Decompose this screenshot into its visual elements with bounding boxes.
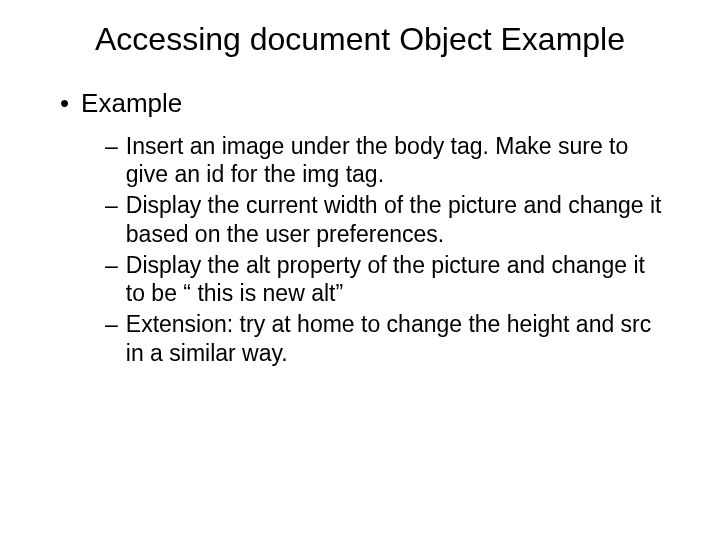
bullet-item: • Example (60, 88, 680, 119)
sub-marker: – (105, 191, 118, 220)
slide-title: Accessing document Object Example (40, 20, 680, 58)
sub-marker: – (105, 251, 118, 280)
sub-item: – Display the current width of the pictu… (105, 191, 680, 249)
sub-text: Extension: try at home to change the hei… (126, 310, 666, 368)
bullet-label: Example (81, 88, 182, 119)
sub-list: – Insert an image under the body tag. Ma… (60, 132, 680, 368)
sub-item: – Extension: try at home to change the h… (105, 310, 680, 368)
sub-item: – Display the alt property of the pictur… (105, 251, 680, 309)
bullet-marker: • (60, 88, 69, 119)
sub-marker: – (105, 310, 118, 339)
sub-text: Insert an image under the body tag. Make… (126, 132, 666, 190)
sub-text: Display the current width of the picture… (126, 191, 666, 249)
sub-marker: – (105, 132, 118, 161)
sub-item: – Insert an image under the body tag. Ma… (105, 132, 680, 190)
sub-text: Display the alt property of the picture … (126, 251, 666, 309)
bullet-section: • Example – Insert an image under the bo… (40, 88, 680, 367)
